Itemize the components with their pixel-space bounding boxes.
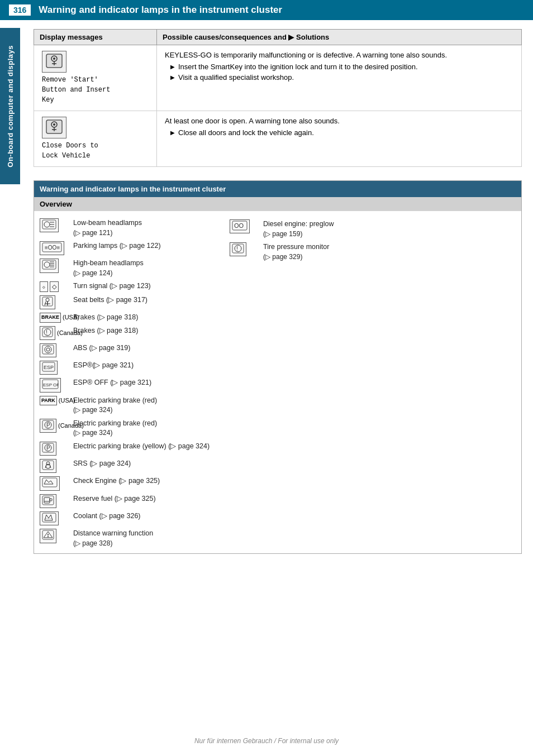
epb-yellow-svg: P bbox=[42, 443, 54, 453]
list-item: P Electric parking brake (yellow) (▷ pag… bbox=[40, 440, 213, 457]
turn-signal-icon: ⬦ ◇ bbox=[40, 281, 73, 291]
srs-icon bbox=[40, 459, 73, 473]
indicator-desc: Coolant (▷ page 326) bbox=[73, 511, 213, 521]
solution-1-1: Insert the SmartKey into the ignition lo… bbox=[165, 63, 513, 71]
high-beam-icon bbox=[40, 259, 73, 272]
list-item: P (Canada) Electric parking brake (red)(… bbox=[40, 417, 213, 440]
page-header: 316 Warning and indicator lamps in the i… bbox=[0, 0, 533, 20]
svg-text:!: ! bbox=[46, 329, 47, 336]
indicator-desc: High-beam headlamps(▷ page 124) bbox=[73, 259, 213, 278]
diesel-preglow-svg: OO bbox=[232, 221, 248, 231]
display-label-row2: Close Doors toLock Vehicle bbox=[42, 141, 149, 161]
esp-off-icon: ESP OFF bbox=[40, 378, 73, 392]
distance-warning-icon bbox=[40, 529, 73, 543]
distance-warning-svg bbox=[42, 530, 54, 540]
svg-text:OO: OO bbox=[234, 222, 244, 229]
abs-icon bbox=[40, 343, 73, 357]
list-item: Check Engine (▷ page 325) bbox=[40, 475, 213, 492]
causes-col-row1: KEYLESS-GO is temporarily malfunctioning… bbox=[157, 45, 522, 111]
cause-description-2: At least one door is open. A warning ton… bbox=[165, 117, 513, 125]
list-item: ! Tire pressure monitor(▷ page 329) bbox=[230, 241, 521, 264]
epb-red-usa-icon: PARK (USA) bbox=[40, 396, 73, 406]
col2-header: Possible causes/consequences and ▶ Solut… bbox=[157, 30, 522, 45]
indicator-section-box: Warning and indicator lamps in the instr… bbox=[34, 180, 522, 554]
display-label-row1: Remove 'Start'Button and InsertKey bbox=[42, 75, 149, 105]
indicator-left-col: Low-beam headlamps(▷ page 121) ≡OO≡ Park… bbox=[34, 213, 218, 553]
solution-1-2: Visit a qualified specialist workshop. bbox=[165, 73, 513, 82]
indicator-desc: Diesel engine: preglow(▷ page 159) bbox=[263, 219, 521, 239]
close-doors-icon bbox=[45, 119, 63, 135]
epb-red-canada-icon: P (Canada) bbox=[40, 419, 73, 433]
check-engine-icon bbox=[40, 476, 73, 490]
indicator-desc: Brakes (▷ page 318) bbox=[73, 313, 213, 323]
brakes-canada-svg: ! bbox=[42, 327, 53, 337]
svg-text:ESP: ESP bbox=[44, 365, 54, 370]
indicator-desc: ESP® OFF (▷ page 321) bbox=[73, 378, 213, 388]
display-col-left-2: Close Doors toLock Vehicle bbox=[34, 111, 157, 167]
low-beam-svg bbox=[42, 219, 56, 229]
list-item: Coolant (▷ page 326) bbox=[40, 510, 213, 527]
indicator-desc: SRS (▷ page 324) bbox=[73, 459, 213, 469]
causes-col-row2: At least one door is open. A warning ton… bbox=[157, 111, 522, 167]
tire-pressure-icon: ! bbox=[230, 242, 263, 256]
list-item: OO Diesel engine: preglow(▷ page 159) bbox=[230, 218, 521, 241]
svg-point-7 bbox=[53, 123, 55, 126]
indicator-desc: Low-beam headlamps(▷ page 121) bbox=[73, 218, 213, 238]
list-item: ESP ESP®(▷ page 321) bbox=[40, 359, 213, 376]
list-item: ESP OFF ESP® OFF (▷ page 321) bbox=[40, 376, 213, 394]
indicator-desc: Electric parking brake (red)(▷ page 324) bbox=[73, 396, 213, 415]
indicator-desc: ESP®(▷ page 321) bbox=[73, 361, 213, 371]
svg-text:!: ! bbox=[236, 246, 238, 252]
indicator-desc: Reserve fuel (▷ page 325) bbox=[73, 494, 213, 504]
list-item: SRS (▷ page 324) bbox=[40, 457, 213, 475]
sidebar-label-text: On-board computer and displays bbox=[6, 45, 15, 168]
list-item: ≡OO≡ Parking lamps (▷ page 122) bbox=[40, 240, 213, 257]
icon-box-2 bbox=[42, 117, 66, 138]
page-title: Warning and indicator lamps in the instr… bbox=[39, 4, 282, 16]
causes-text-row2: At least one door is open. A warning ton… bbox=[165, 117, 513, 137]
reserve-fuel-svg bbox=[42, 495, 54, 505]
brakes-usa-icon: BRAKE (USA) bbox=[40, 313, 73, 323]
keyless-go-icon bbox=[45, 53, 63, 69]
indicator-columns: Low-beam headlamps(▷ page 121) ≡OO≡ Park… bbox=[34, 213, 521, 553]
list-item: ! (Canada) Brakes (▷ page 318) bbox=[40, 324, 213, 342]
esp-icon: ESP bbox=[40, 361, 73, 375]
indicator-desc: Brakes (▷ page 318) bbox=[73, 326, 213, 336]
brakes-canada-icon: ! (Canada) bbox=[40, 326, 73, 340]
overview-heading: Overview bbox=[34, 197, 521, 211]
epb-yellow-icon: P bbox=[40, 442, 73, 456]
low-beam-icon bbox=[40, 218, 73, 232]
list-item: PARK (USA) Electric parking brake (red)(… bbox=[40, 394, 213, 417]
list-item: BRAKE (USA) Brakes (▷ page 318) bbox=[40, 311, 213, 324]
reserve-fuel-icon bbox=[40, 494, 73, 508]
svg-point-2 bbox=[53, 58, 55, 60]
page-number: 316 bbox=[9, 4, 31, 16]
main-content: Display messages Possible causes/consequ… bbox=[22, 20, 533, 574]
esp-off-svg: ESP OFF bbox=[42, 379, 59, 389]
tire-pressure-svg: ! bbox=[232, 243, 244, 253]
srs-svg bbox=[42, 460, 54, 470]
icon-box bbox=[42, 51, 66, 73]
coolant-icon bbox=[40, 511, 73, 525]
indicator-desc: Electric parking brake (yellow) (▷ page … bbox=[73, 442, 213, 452]
display-messages-table: Display messages Possible causes/consequ… bbox=[34, 29, 522, 167]
svg-rect-49 bbox=[42, 478, 57, 487]
svg-point-59 bbox=[47, 536, 49, 537]
svg-rect-17 bbox=[42, 260, 56, 269]
seatbelt-svg bbox=[42, 296, 53, 307]
list-item: Reserve fuel (▷ page 325) bbox=[40, 492, 213, 510]
table-row: Close Doors toLock Vehicle At least one … bbox=[34, 111, 522, 167]
section-heading: Warning and indicator lamps in the instr… bbox=[34, 181, 521, 197]
causes-text-row1: KEYLESS-GO is temporarily malfunctioning… bbox=[165, 51, 513, 82]
list-item: ⬦ ◇ Turn signal (▷ page 123) bbox=[40, 280, 213, 293]
list-item: Distance warning function(▷ page 328) bbox=[40, 527, 213, 550]
col1-header: Display messages bbox=[34, 30, 157, 45]
display-col-left: Remove 'Start'Button and InsertKey bbox=[34, 45, 157, 111]
page-footer: Nur für internen Gebrauch / For internal… bbox=[0, 737, 533, 745]
parking-lamps-icon: ≡OO≡ bbox=[40, 241, 73, 255]
solution-2-1: Close all doors and lock the vehicle aga… bbox=[165, 128, 513, 137]
svg-text:P: P bbox=[46, 445, 50, 451]
list-item: Low-beam headlamps(▷ page 121) bbox=[40, 217, 213, 240]
svg-text:P: P bbox=[46, 422, 50, 428]
svg-text:≡OO≡: ≡OO≡ bbox=[45, 245, 60, 251]
